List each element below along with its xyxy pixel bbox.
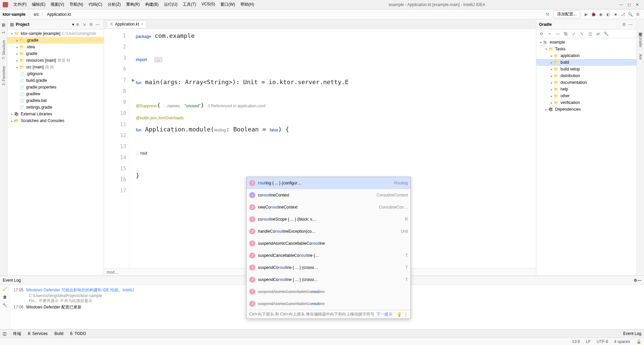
locate-icon[interactable]: ⊕ (74, 22, 81, 27)
trash-icon[interactable]: 🗑 (3, 295, 7, 299)
tree-item[interactable]: 📄gradlew.bat (7, 97, 104, 104)
completion-item[interactable]: frouting { ... } (configur…Routing (247, 177, 411, 189)
refresh-icon[interactable]: ⟳ (538, 32, 545, 36)
add-icon[interactable]: ＋ (546, 31, 553, 37)
settings-button[interactable]: ⚙ (634, 12, 641, 17)
tool-ant[interactable]: Ant (639, 54, 643, 60)
bottom-tab-eventlog[interactable]: Event Log (623, 331, 641, 336)
gradle-tree-item[interactable]: ▸📁application (536, 52, 637, 59)
tree-item[interactable]: 📄.gitignore (7, 70, 104, 77)
tool-project[interactable]: 1: 项目 (1, 30, 6, 34)
tool-structure[interactable]: 7: Structure (2, 40, 6, 59)
completion-item[interactable]: fsuspendCancellableCoroutine {…T (247, 249, 411, 262)
run-gutter-icon[interactable]: ▶ (132, 78, 135, 82)
clear-icon[interactable]: 🧹 (2, 287, 7, 291)
menu-item[interactable]: 重构(R) (123, 2, 143, 7)
bottom-tab-services[interactable]: 8: Services (28, 331, 48, 336)
bottom-tab-terminal[interactable]: 终端 (13, 331, 21, 337)
indent-setting[interactable]: 4 spaces (614, 339, 630, 344)
vcs-button[interactable]: ⎇ (619, 12, 627, 17)
tree-item[interactable]: 📄settings.gradle (7, 104, 104, 111)
completion-item[interactable]: fsuspendCoroutine { ... } (crossi…T (247, 262, 411, 274)
more-icon[interactable]: ⋮ (404, 312, 408, 317)
tree-item[interactable]: 📄build.gradle (7, 77, 104, 84)
menu-item[interactable]: VCS(S) (199, 2, 218, 7)
editor-tab-application[interactable]: K Application.kt × (107, 20, 147, 28)
tool-gradle[interactable]: Gradle (639, 36, 643, 47)
offline-icon[interactable]: ⇄ (595, 32, 601, 36)
completion-next-tip[interactable]: 下一提示 (376, 311, 392, 317)
remove-icon[interactable]: — (554, 32, 561, 36)
tree-item[interactable]: ▸📁resources [main]资源 根 (7, 57, 104, 64)
line-separator[interactable]: LF (586, 339, 591, 344)
completion-item[interactable]: vcoroutineContextCoroutineContext (247, 189, 411, 201)
execute-icon[interactable]: 🐘 (562, 32, 569, 36)
menu-item[interactable]: 帮助(H) (238, 2, 257, 7)
search-everywhere-button[interactable]: 🔍 (627, 12, 634, 17)
gradle-settings-icon[interactable]: ⚙ (621, 22, 627, 27)
tree-item[interactable]: ▸📂Scratches and Consoles (7, 117, 104, 124)
completion-item[interactable]: fsuspendCoroutine { ... } (crossi…T (247, 274, 411, 286)
collapse-all-icon[interactable]: ⤡ (579, 32, 585, 36)
completion-popup[interactable]: frouting { ... } (configur…Routingvcorou… (246, 177, 411, 319)
build-icon[interactable]: ⚒ (544, 12, 551, 17)
file-encoding[interactable]: UTF-8 (597, 339, 608, 344)
gradle-tree-item[interactable]: ▸📁distribution (536, 72, 637, 79)
completion-item[interactable]: fcoroutineScope { ... } (block: s…R (247, 213, 411, 225)
tree-item[interactable]: ▸📁.gradle (7, 37, 104, 44)
completion-item[interactable]: fsuspendAtomicCancellableCoroutine (247, 286, 411, 298)
gradle-tree-item[interactable]: ▸📁build setup (536, 66, 637, 72)
tool-favorites[interactable]: 2: Favorites (2, 66, 6, 85)
completion-item[interactable]: fhandleCoroutineException(co…Unit (247, 225, 411, 237)
completion-item[interactable]: fnewCoroutineContextCoroutineCon… (247, 201, 411, 213)
completion-item[interactable]: fsuspendAtomicCancellableCoroutine (247, 298, 411, 310)
menu-item[interactable]: 分析(Z) (105, 2, 123, 7)
menu-item[interactable]: 运行(U) (161, 2, 180, 7)
tree-item[interactable]: ▸📚External Libraries (7, 111, 104, 117)
close-tab-icon[interactable]: × (141, 22, 143, 26)
menu-item[interactable]: 构建(B) (143, 2, 161, 7)
menu-item[interactable]: 视图(V) (48, 2, 67, 7)
menu-item[interactable]: 工具(T) (180, 2, 199, 7)
gradle-tree-item[interactable]: ▸📁build (536, 59, 637, 66)
gradle-tree[interactable]: ▾🐘example▾📁Tasks▸📁application▸📁build▸📁bu… (536, 38, 637, 276)
gradle-tree-item[interactable]: ▸📚Dependencies (536, 106, 637, 113)
menu-item[interactable]: 代码(C) (86, 2, 105, 7)
gradle-tree-item[interactable]: ▸📁other (536, 93, 637, 99)
tree-item[interactable]: ▸📁gradle (7, 50, 104, 57)
lock-icon[interactable]: 🔓 (636, 339, 641, 344)
breadcrumb[interactable]: ktor-sample〉src〉Application.kt (3, 11, 71, 17)
project-tree[interactable]: ▾📁ktor-sample [example]C:\Users\sheng\Id… (7, 30, 104, 276)
gradle-hide-icon[interactable]: — (627, 22, 634, 27)
window-icon[interactable]: ◫ (3, 331, 6, 336)
menu-item[interactable]: 文件(F) (11, 2, 29, 7)
coverage-button[interactable]: ◉ (597, 12, 604, 17)
menu-item[interactable]: 导航(N) (67, 2, 86, 7)
gradle-tree-item[interactable]: ▾📁Tasks (536, 46, 637, 52)
hide-icon[interactable]: — (94, 22, 101, 27)
run-config-dropdown[interactable]: 添加配置... (553, 10, 580, 18)
bulb-icon[interactable]: 💡 (397, 312, 402, 317)
maximize-button[interactable]: ◻ (625, 2, 633, 7)
gradle-tree-item[interactable]: ▸📁documentation (536, 79, 637, 86)
show-deps-icon[interactable]: ◫ (587, 32, 593, 36)
breadcrumb-item[interactable]: Application.kt (47, 12, 71, 17)
minimize-button[interactable]: — (617, 2, 625, 7)
event-log-settings-icon[interactable]: ⚙ (634, 278, 637, 283)
code-editor[interactable]: 12367▶891011121314151617 package com.exa… (104, 29, 536, 268)
event-log-hide-icon[interactable]: — (637, 278, 641, 283)
tree-item[interactable]: ▸📁src [main]源 根 (7, 64, 104, 70)
breadcrumb-item[interactable]: ktor-sample (3, 12, 25, 17)
run-button[interactable]: ▶ (582, 12, 590, 17)
menu-item[interactable]: 编辑(E) (29, 2, 48, 7)
tree-item[interactable]: 📄gradle.properties (7, 84, 104, 91)
tree-item[interactable]: ▾📁ktor-sample [example]C:\Users\sheng\Id… (7, 30, 104, 37)
bottom-tab-build[interactable]: Build (54, 331, 63, 336)
menu-item[interactable]: 窗口(W) (218, 2, 237, 7)
wrench-icon[interactable]: 🔧 (2, 303, 7, 307)
tree-item[interactable]: 📄gradlew (7, 91, 104, 97)
completion-item[interactable]: fsuspendAtomicCancellableCoroutine (247, 237, 411, 249)
gradle-tree-item[interactable]: ▾🐘example (536, 39, 637, 46)
expand-icon[interactable]: ⤢ (571, 32, 577, 36)
debug-button[interactable]: 🐞 (590, 12, 597, 17)
